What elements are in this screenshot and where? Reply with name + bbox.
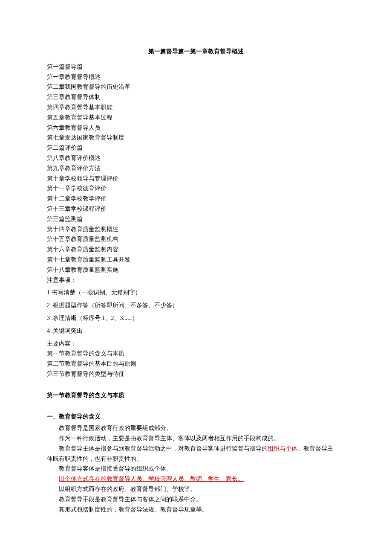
- toc-item: 第四章教育督导基本职能: [47, 102, 345, 113]
- document-page: 第一篇督导篇一第一章教育督导概述 第一篇督导篇 第一章教育督导概述 第二章我国教…: [0, 0, 392, 555]
- toc-item: 第五章教育督导基本过程: [47, 113, 345, 123]
- toc-item: 第十三章学校课程评价: [47, 204, 345, 214]
- section-heading: 第一节教育督导的含义与本质: [47, 390, 345, 401]
- paragraph-text: 。教育督导主: [297, 445, 333, 452]
- highlight-text: 组织与个体: [268, 445, 297, 452]
- toc-item: 第十八章教育质量监测实施: [47, 265, 345, 275]
- note-item: 4 .关键词突出: [47, 326, 345, 336]
- toc-item: 第一章教育督导概述: [47, 72, 345, 82]
- paragraph: 以组织方式而存在的政府、教育督导部门、学校等。: [47, 484, 345, 494]
- highlight-text: 以个体方式存在的教育督导人员、学校管理人员、教师、学生、家长。: [59, 476, 244, 482]
- toc-item: 第一篇督导篇: [47, 62, 345, 72]
- toc-item: 第六章教育督导人员: [47, 123, 345, 133]
- main-contents-label: 主要内容：: [47, 339, 345, 349]
- toc-item: 第十五章教育质量监测机构: [47, 234, 345, 244]
- toc-item: 第十六章教育质量监测内容: [47, 244, 345, 255]
- paragraph: 教育督导主体是指参与到教育督导活动之中，对教育督导客体进行监督与指导的组织与个体…: [47, 444, 345, 454]
- note-item: 1 书写清楚（一眼识别、无错别字）: [47, 288, 345, 298]
- paragraph: 教育督导客体是指接受督导的组织或个体。: [47, 464, 345, 474]
- paragraph: 作为一种行政活动，主要是由教育督导主体、客体以及两者相互作用的手段构成的。: [47, 433, 345, 444]
- paragraph-text: 教育督导主体是指参与到教育督导活动之中，对教育督导客体进行监督与指导的: [59, 445, 268, 452]
- notes-label: 注意事项：: [47, 275, 345, 285]
- paragraph: 体既有职责性的，也有非职责性的。: [47, 454, 345, 464]
- toc-item: 第七章发达国家教育督导制度: [47, 133, 345, 143]
- paragraph: 教育督导是国家教育行政的重要组成部分。: [47, 423, 345, 433]
- toc-item: 第十一章学校德育评价: [47, 183, 345, 194]
- document-title: 第一篇督导篇一第一章教育督导概述: [47, 46, 345, 57]
- toc-item: 第十四章教育质量监测概述: [47, 224, 345, 235]
- paragraph: 教育督导手段是教育督导主体与客体之间的联系中介。: [47, 494, 345, 505]
- toc-item: 第八章教育评价概述: [47, 153, 345, 163]
- main-contents-item: 第二节教育督导的基本目的与原则: [47, 359, 345, 369]
- note-item: 3 .条理清晰（标序号 1、2、3......）: [47, 313, 345, 323]
- paragraph: 以个体方式存在的教育督导人员、学校管理人员、教师、学生、家长。: [47, 474, 345, 484]
- toc-item: 第十七章教育质量监测工具开发: [47, 255, 345, 265]
- toc-item: 第三篇监测篇: [47, 214, 345, 224]
- toc-item: 第二章我国教育督导的历史沿革: [47, 82, 345, 92]
- toc-item: 第十章学校领导与管理评价: [47, 174, 345, 184]
- toc-item: 第二篇评价篇: [47, 143, 345, 153]
- main-contents-item: 第三节教育督导的类型与特征: [47, 369, 345, 379]
- toc-item: 第三章教育督导体制: [47, 92, 345, 102]
- toc-item: 第十二章学校教学评价: [47, 194, 345, 204]
- sub-heading: 一、教育督导的含义: [47, 412, 345, 422]
- paragraph: 其形式包括制度性的，教育督导法规、教育督导规章等。: [47, 505, 345, 515]
- note-item: 2 .根据题型作答（所答即所问、不多答、不少答）: [47, 300, 345, 311]
- toc-item: 第九章教育评价方法: [47, 163, 345, 174]
- main-contents-item: 第一节教育督导的含义与本质: [47, 349, 345, 359]
